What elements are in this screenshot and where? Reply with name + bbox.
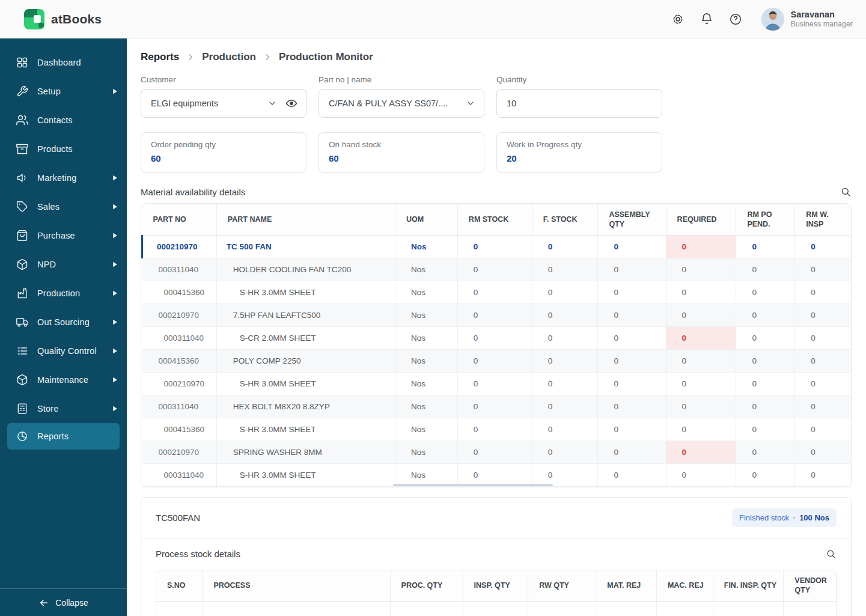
- sidebar-item-purchase[interactable]: Purchase: [0, 221, 127, 250]
- npd-box-icon: [16, 258, 28, 270]
- part-name-cell: S-CR 2.0MM SHEET: [216, 326, 395, 349]
- breadcrumb-production[interactable]: Production: [202, 51, 256, 63]
- breadcrumb-reports[interactable]: Reports: [141, 51, 179, 63]
- factory-icon: [16, 287, 28, 299]
- contacts-icon: [16, 114, 28, 126]
- value-cell: 0: [598, 395, 666, 418]
- table-row[interactable]: 000415360S-HR 3.0MM SHEETNos000000: [142, 418, 852, 441]
- search-icon[interactable]: [840, 186, 852, 198]
- table-row[interactable]: 000311040S-HR 3.0MM SHEETNos000000: [142, 463, 852, 486]
- table-row[interactable]: [156, 602, 836, 616]
- quantity-input[interactable]: 10: [496, 89, 662, 118]
- chevron-down-icon[interactable]: [466, 99, 475, 108]
- value-cell: Nos: [395, 349, 458, 372]
- table-row[interactable]: 000311040S-CR 2.0MM SHEETNos000000: [142, 326, 852, 349]
- part-no-cell: 000210970: [142, 441, 217, 463]
- sidebar-item-store[interactable]: Store: [0, 394, 127, 423]
- chevron-right-icon: [112, 88, 118, 94]
- sidebar-item-dashboard[interactable]: Dashboard: [0, 48, 127, 77]
- table-row[interactable]: 000210970S-HR 3.0MM SHEETNos000000: [142, 372, 852, 395]
- user-menu[interactable]: Saravanan Business manager: [761, 8, 853, 31]
- table-row[interactable]: 0002109707.5HP FAN LEAFTC500Nos000000: [142, 303, 852, 326]
- value-cell: 0: [532, 463, 598, 486]
- table-row[interactable]: 000415360S-HR 3.0MM SHEETNos000000: [142, 281, 852, 303]
- customer-dropdown[interactable]: ELGI equipments: [141, 89, 306, 118]
- sidebar-item-setup[interactable]: Setup: [0, 77, 127, 106]
- value-cell: 0: [666, 281, 736, 303]
- eye-icon[interactable]: [285, 97, 297, 109]
- sidebar-item-contacts[interactable]: Contacts: [0, 106, 127, 135]
- sidebar-item-production[interactable]: Production: [0, 279, 127, 308]
- process-table-title: Process stock details: [156, 549, 240, 559]
- part-name-cell: TC 500 FAN: [216, 235, 395, 258]
- sidebar-item-label: Maintenance: [37, 375, 103, 385]
- value-cell: [784, 602, 836, 616]
- value-cell: 0: [457, 281, 532, 303]
- sidebar-item-label: Sales: [37, 202, 103, 212]
- collapse-button[interactable]: Collapse: [0, 588, 127, 616]
- value-cell: 0: [666, 326, 736, 349]
- sidebar-item-npd[interactable]: NPD: [0, 250, 127, 279]
- value-cell: 0: [666, 418, 736, 441]
- chevron-down-icon[interactable]: [267, 99, 277, 108]
- table-row[interactable]: 000210970SPRING WASHER 8MMNos000000: [142, 441, 852, 463]
- badge-label: Finished stock: [739, 513, 789, 522]
- chevron-right-icon: [112, 261, 118, 267]
- bell-icon[interactable]: [700, 13, 713, 26]
- column-header: INSP. QTY: [463, 570, 528, 602]
- wrench-icon: [16, 85, 28, 97]
- sidebar-item-label: Marketing: [37, 173, 103, 183]
- table-row[interactable]: 000415360POLY COMP 2250Nos000000: [142, 349, 852, 372]
- help-icon[interactable]: [729, 13, 742, 26]
- card-value: 60: [329, 153, 474, 163]
- sidebar-item-sales[interactable]: Sales: [0, 192, 127, 221]
- customer-label: Customer: [141, 75, 306, 84]
- value-cell: 0: [736, 418, 795, 441]
- column-header: FIN. INSP. QTY: [713, 570, 784, 602]
- sidebar-item-label: Dashboard: [37, 58, 118, 67]
- gear-icon[interactable]: [671, 13, 685, 26]
- value-cell: Nos: [395, 372, 458, 395]
- table-row[interactable]: 000311040HOLDER COOLING FAN TC200Nos0000…: [142, 258, 852, 281]
- quantity-label: Quantity: [496, 75, 662, 84]
- sidebar-item-reports[interactable]: Reports: [7, 423, 120, 450]
- customer-value: ELGI equipments: [151, 99, 263, 108]
- value-cell: 0: [598, 281, 666, 303]
- value-cell: 0: [736, 372, 795, 395]
- column-header: MAC. REJ: [656, 570, 713, 602]
- sidebar-item-maintenance[interactable]: Maintenance: [0, 365, 127, 394]
- value-cell: [203, 602, 390, 616]
- value-cell: 0: [666, 258, 736, 281]
- table-row[interactable]: 000311040HEX BOLT M8X20 8.8ZYPNos000000: [142, 395, 852, 418]
- value-cell: 0: [666, 303, 736, 326]
- sidebar-item-products[interactable]: Products: [0, 135, 127, 163]
- value-cell: 0: [736, 281, 795, 303]
- shopping-bag-icon: [16, 230, 28, 242]
- value-cell: 0: [598, 235, 666, 258]
- part-label: Part no | name: [319, 75, 484, 84]
- search-icon[interactable]: [826, 549, 837, 560]
- products-icon: [16, 143, 28, 155]
- part-title: TC500FAN: [156, 513, 200, 523]
- value-cell: 0: [532, 349, 598, 372]
- chevron-right-icon: [112, 175, 118, 181]
- collapse-label: Collapse: [55, 598, 88, 608]
- value-cell: 0: [457, 418, 532, 441]
- order-pending-card: Order pending qty 60: [141, 132, 306, 172]
- sidebar-item-label: Products: [37, 144, 118, 154]
- value-cell: [528, 602, 596, 616]
- checklist-icon: [16, 345, 28, 357]
- finished-stock-badge: Finished stock 100 Nos: [732, 508, 837, 527]
- part-dropdown[interactable]: C/FAN & PULY ASSY SS07/....: [319, 89, 484, 118]
- table-row[interactable]: 000210970TC 500 FANNos000000: [142, 235, 852, 258]
- sidebar-item-out-sourcing[interactable]: Out Sourcing: [0, 308, 127, 337]
- sidebar-item-marketing[interactable]: Marketing: [0, 163, 127, 192]
- horizontal-scrollbar[interactable]: [393, 484, 553, 486]
- sidebar-item-quality-control[interactable]: Quality Control: [0, 337, 127, 365]
- value-cell: 0: [736, 326, 795, 349]
- value-cell: 0: [736, 463, 795, 486]
- value-cell: 0: [532, 395, 598, 418]
- brand-name: atBooks: [51, 12, 102, 26]
- material-table-body: 000210970TC 500 FANNos000000000311040HOL…: [142, 235, 852, 486]
- card-value: 60: [151, 153, 296, 163]
